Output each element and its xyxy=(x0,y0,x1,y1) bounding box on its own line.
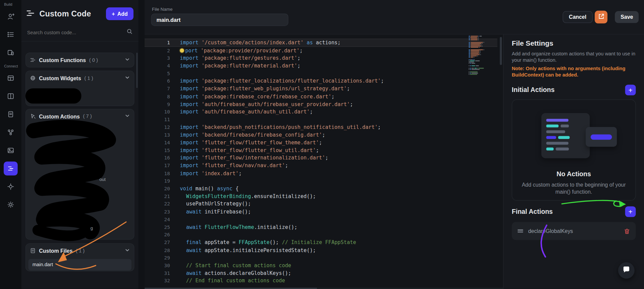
sidebar: Custom Code + Add Custom Functions ( 0 ) xyxy=(21,0,139,289)
custom-files-header[interactable]: Custom Files ( 1 ) xyxy=(26,244,134,258)
initial-actions-row: Initial Actions + xyxy=(512,85,636,95)
section-count: ( 7 ) xyxy=(83,113,92,119)
code-editor[interactable]: 1234567891011121314151617181920212223242… xyxy=(145,35,503,289)
custom-files-card: Custom Files ( 1 ) main.dart xyxy=(25,243,134,271)
add-final-action-button[interactable]: + xyxy=(625,206,636,217)
app-window: Build Connect xyxy=(0,0,644,289)
chevron-down-icon[interactable] xyxy=(125,113,130,120)
panel-description: Add and organize custom actions that you… xyxy=(512,51,636,63)
chevron-down-icon[interactable] xyxy=(125,75,130,82)
final-actions-row: Final Actions + xyxy=(512,206,636,217)
add-button-label: Add xyxy=(117,11,128,17)
add-button[interactable]: + Add xyxy=(106,7,133,20)
sidebar-title: Custom Code xyxy=(40,9,91,18)
code-lines: import '/custom_code/actions/index.dart'… xyxy=(180,39,503,285)
left-icon-rail: Build Connect xyxy=(0,0,21,289)
section-label: Custom Actions xyxy=(39,113,79,119)
editor-vertical-scrollbar[interactable] xyxy=(500,37,502,65)
top-bar: File Name Cancel Save xyxy=(145,0,644,35)
editor-horizontal-scrollbar[interactable] xyxy=(145,288,503,289)
final-actions-label: Final Actions xyxy=(512,208,553,215)
search-bar xyxy=(21,23,139,42)
panel-note: Note: Only actions with no arguments (in… xyxy=(512,66,636,78)
page-icon[interactable] xyxy=(4,107,18,122)
section-label: Custom Functions xyxy=(39,57,86,63)
build-section-label: Build xyxy=(0,0,12,7)
section-count: ( 1 ) xyxy=(76,248,85,253)
custom-actions-header[interactable]: Custom Actions ( 7 ) xyxy=(26,109,134,124)
external-link-icon xyxy=(598,13,604,21)
file-name-input[interactable] xyxy=(151,13,288,26)
table-icon[interactable] xyxy=(4,71,18,85)
add-initial-action-button[interactable]: + xyxy=(625,85,636,95)
no-actions-card: No Actions Add custom actions to the beg… xyxy=(512,99,636,200)
section-label: Custom Files xyxy=(39,248,72,254)
plus-icon: + xyxy=(112,11,115,17)
section-label: Custom Widgets xyxy=(39,75,81,81)
initial-actions-label: Initial Actions xyxy=(512,86,555,94)
minimap[interactable] xyxy=(469,36,496,75)
panel-title: File Settings xyxy=(512,40,636,48)
final-action-item[interactable]: declareGlobalKeys xyxy=(512,222,636,240)
devices-icon[interactable] xyxy=(4,46,18,60)
action-item-label: declareGlobalKeys xyxy=(528,228,573,234)
media-icon[interactable] xyxy=(4,143,18,157)
add-user-icon[interactable] xyxy=(4,9,18,23)
api-icon[interactable] xyxy=(4,180,18,194)
gutter: 1234567891011121314151617181920212223242… xyxy=(145,39,170,285)
delete-action-icon[interactable] xyxy=(624,228,630,234)
drag-handle-icon[interactable] xyxy=(518,227,523,235)
tree-icon[interactable] xyxy=(4,125,18,139)
no-actions-subtitle: Add custom actions to the beginning of y… xyxy=(516,181,632,195)
save-button[interactable]: Save xyxy=(615,11,639,23)
section-count: ( 0 ) xyxy=(89,57,98,63)
file-settings-panel: File Settings Add and organize custom ac… xyxy=(503,35,644,289)
custom-code-logo-icon xyxy=(26,9,35,18)
sidebar-header: Custom Code + Add xyxy=(21,0,139,23)
file-item-main-dart[interactable]: main.dart xyxy=(28,259,131,270)
custom-functions-header[interactable]: Custom Functions ( 0 ) xyxy=(26,53,134,67)
columns-icon[interactable] xyxy=(4,89,18,103)
section-count: ( 1 ) xyxy=(85,75,93,81)
search-input[interactable] xyxy=(27,30,126,35)
custom-actions-card: Custom Actions ( 7 ) xyxy=(25,109,134,239)
chevron-down-icon[interactable] xyxy=(125,56,130,64)
custom-widgets-card: Custom Widgets ( 1 ) xyxy=(25,71,134,106)
no-actions-illustration xyxy=(527,113,621,161)
settings-gear-icon[interactable] xyxy=(4,198,18,212)
redacted-text-fragment: out xyxy=(99,177,106,182)
redacted-text-fragment: g xyxy=(90,226,93,231)
custom-functions-card: Custom Functions ( 0 ) xyxy=(25,53,134,67)
checklist-icon[interactable] xyxy=(4,28,18,42)
search-icon xyxy=(126,28,132,36)
custom-widgets-header[interactable]: Custom Widgets ( 1 ) xyxy=(26,71,134,85)
sidebar-scrollbar[interactable] xyxy=(137,53,138,88)
custom-code-icon[interactable] xyxy=(4,161,18,176)
file-name-label: File Name xyxy=(152,7,172,12)
no-actions-title: No Actions xyxy=(556,171,591,178)
cancel-button[interactable]: Cancel xyxy=(563,11,593,23)
connect-section-label: Connect xyxy=(0,62,18,69)
open-external-button[interactable] xyxy=(595,11,607,23)
chevron-down-icon[interactable] xyxy=(125,247,130,254)
chat-launcher-button[interactable] xyxy=(618,262,635,279)
chat-bubble-icon xyxy=(622,266,630,275)
